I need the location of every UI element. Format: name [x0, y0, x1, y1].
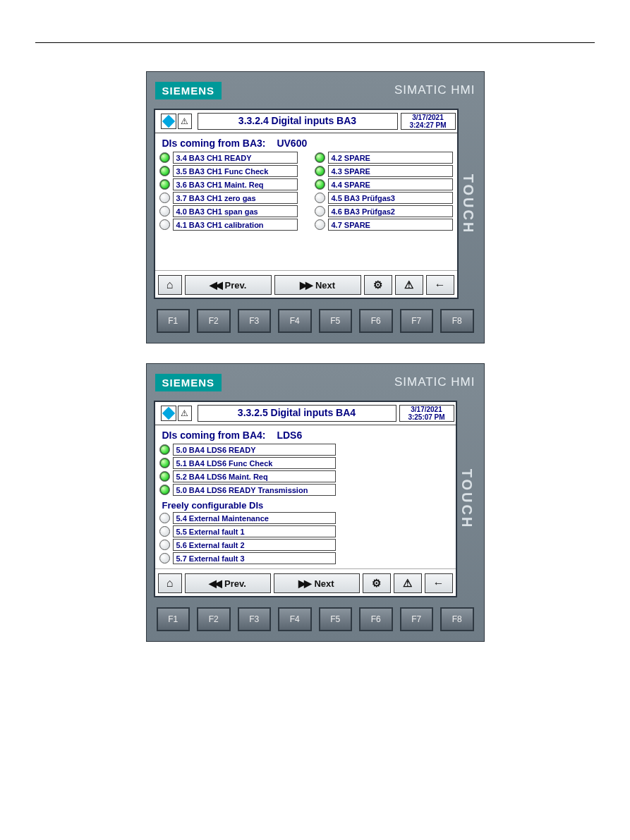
led-on-icon	[315, 179, 325, 190]
di-label: 5.1 BA4 LDS6 Func Check	[173, 457, 336, 469]
di-label: 4.0 BA3 CH1 span gas	[173, 205, 298, 217]
led-off-icon	[159, 526, 170, 537]
next-button[interactable]: ▶▶Next	[274, 573, 360, 593]
home-icon	[166, 577, 174, 590]
di-label: 5.6 External fault 2	[173, 539, 336, 551]
di-label: 4.5 BA3 Prüfgas3	[328, 192, 453, 204]
fkey-f5[interactable]: F5	[319, 607, 353, 631]
hmi-device-1: SIEMENS SIMATIC HMI 3.3.2.4 Digital inpu…	[146, 71, 485, 343]
led-off-icon	[159, 219, 170, 230]
di-section-b: 5.4 External Maintenance5.5 External fau…	[159, 512, 336, 564]
fkey-f3[interactable]: F3	[238, 607, 272, 631]
product-name: SIMATIC HMI	[394, 375, 475, 389]
di-label: 5.4 External Maintenance	[173, 512, 336, 524]
home-button[interactable]	[158, 573, 182, 593]
di-row: 3.5 BA3 CH1 Func Check	[159, 165, 298, 177]
brand-badge: SIEMENS	[155, 82, 222, 99]
prev-button[interactable]: ◀◀Prev.	[185, 573, 271, 593]
page-title: 3.3.2.4 Digital inputs BA3	[198, 113, 398, 130]
prev-button[interactable]: ◀◀Prev.	[185, 275, 272, 295]
fkey-f5[interactable]: F5	[319, 309, 353, 333]
di-row: 4.4 SPARE	[315, 178, 453, 190]
led-off-icon	[315, 193, 325, 203]
touch-strip: TOUCH	[457, 401, 477, 597]
settings-button[interactable]	[364, 275, 392, 295]
fkey-f4[interactable]: F4	[278, 607, 312, 631]
diamond-icon[interactable]	[161, 114, 176, 129]
settings-button[interactable]	[363, 573, 391, 593]
di-label: 5.0 BA4 LDS6 READY	[173, 444, 336, 456]
chevron-left-icon: ◀◀	[209, 578, 220, 589]
fkey-f6[interactable]: F6	[359, 309, 393, 333]
back-arrow-icon	[435, 279, 446, 291]
date: 3/17/2021	[401, 114, 455, 121]
alert-icon[interactable]	[178, 114, 192, 129]
di-row: 5.5 External fault 1	[159, 525, 336, 537]
di-row: 5.2 BA4 LDS6 Maint. Req	[159, 470, 336, 482]
di-row: 5.7 External fault 3	[159, 552, 336, 564]
di-column-right: 4.2 SPARE4.3 SPARE4.4 SPARE4.5 BA3 Prüfg…	[315, 152, 453, 231]
led-on-icon	[159, 179, 170, 190]
content: DIs coming from BA3: UV600 3.4 BA3 CH1 R…	[155, 133, 457, 270]
fkey-f2[interactable]: F2	[197, 309, 231, 333]
diamond-icon[interactable]	[161, 406, 176, 421]
di-label: 4.6 BA3 Prüfgas2	[328, 205, 453, 217]
di-label: 5.2 BA4 LDS6 Maint. Req	[173, 470, 336, 482]
di-label: 3.7 BA3 CH1 zero gas	[173, 192, 298, 204]
di-row: 4.0 BA3 CH1 span gas	[159, 205, 298, 217]
warning-icon	[404, 279, 413, 291]
led-on-icon	[159, 485, 170, 495]
di-row: 5.1 BA4 LDS6 Func Check	[159, 457, 336, 469]
fkey-f1[interactable]: F1	[157, 309, 190, 333]
led-off-icon	[315, 219, 325, 230]
home-icon	[166, 279, 174, 291]
page-title: 3.3.2.5 Digital inputs BA4	[198, 405, 396, 422]
section-b-title: Freely configurable DIs	[159, 496, 452, 512]
di-row: 4.3 SPARE	[315, 165, 453, 177]
di-label: 4.2 SPARE	[328, 152, 453, 164]
di-label: 3.5 BA3 CH1 Func Check	[173, 165, 298, 177]
subheader: DIs coming from BA3: UV600	[159, 136, 453, 152]
fkey-f3[interactable]: F3	[238, 309, 272, 333]
fkey-f1[interactable]: F1	[157, 607, 190, 631]
fkey-f4[interactable]: F4	[278, 309, 312, 333]
alert-icon[interactable]	[178, 406, 192, 421]
subheader: DIs coming from BA4: LDS6	[159, 428, 452, 444]
product-name: SIMATIC HMI	[394, 83, 475, 97]
title-bar: 3.3.2.5 Digital inputs BA4 3/17/2021 3:2…	[155, 402, 456, 425]
screen: 3.3.2.4 Digital inputs BA3 3/17/2021 3:2…	[154, 109, 459, 299]
di-label: 3.4 BA3 CH1 READY	[173, 152, 298, 164]
back-arrow-icon	[433, 577, 444, 590]
clock: 3/17/2021 3:24:27 PM	[401, 113, 456, 130]
fkey-f2[interactable]: F2	[197, 607, 231, 631]
di-row: 4.6 BA3 Prüfgas2	[315, 205, 453, 217]
fkey-f7[interactable]: F7	[400, 607, 434, 631]
di-section-a: 5.0 BA4 LDS6 READY5.1 BA4 LDS6 Func Chec…	[159, 444, 336, 496]
home-button[interactable]	[158, 275, 182, 295]
alarm-button[interactable]	[394, 573, 422, 593]
nav-bar: ◀◀Prev. ▶▶Next	[155, 270, 457, 298]
fkey-f8[interactable]: F8	[440, 309, 474, 333]
fkey-f8[interactable]: F8	[440, 607, 474, 631]
di-row: 3.7 BA3 CH1 zero gas	[159, 192, 298, 204]
di-label: 4.7 SPARE	[328, 219, 453, 231]
fkey-f7[interactable]: F7	[400, 309, 434, 333]
di-row: 5.4 External Maintenance	[159, 512, 336, 524]
back-button[interactable]	[426, 275, 454, 295]
di-label: 4.1 BA3 CH1 calibration	[173, 219, 298, 231]
led-on-icon	[159, 471, 170, 482]
alarm-button[interactable]	[395, 275, 423, 295]
next-button[interactable]: ▶▶Next	[274, 275, 361, 295]
time: 3:24:27 PM	[401, 121, 455, 129]
time: 3:25:07 PM	[400, 413, 454, 421]
back-button[interactable]	[425, 573, 453, 593]
page-rule	[35, 42, 595, 43]
led-on-icon	[315, 166, 325, 176]
warning-icon	[403, 577, 412, 590]
fkey-f6[interactable]: F6	[359, 607, 393, 631]
di-row: 5.6 External fault 2	[159, 539, 336, 551]
di-row: 4.5 BA3 Prüfgas3	[315, 192, 453, 204]
chevron-right-icon: ▶▶	[300, 279, 311, 291]
di-label: 4.4 SPARE	[328, 178, 453, 190]
content: DIs coming from BA4: LDS6 5.0 BA4 LDS6 R…	[155, 425, 456, 568]
